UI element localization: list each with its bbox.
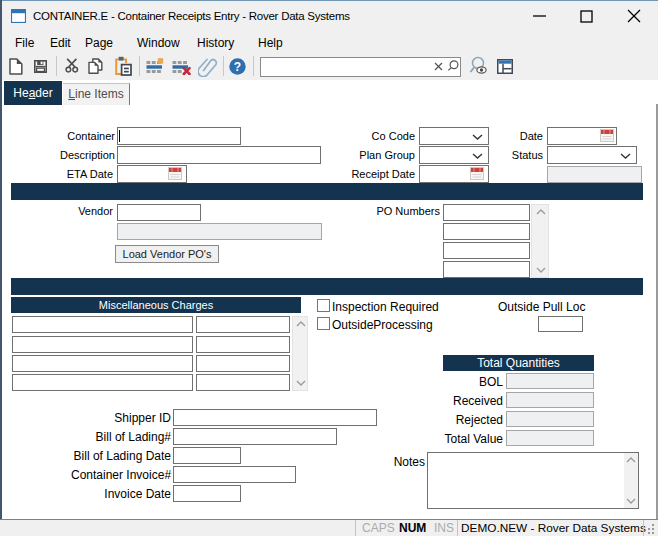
- svg-text:?: ?: [234, 60, 241, 74]
